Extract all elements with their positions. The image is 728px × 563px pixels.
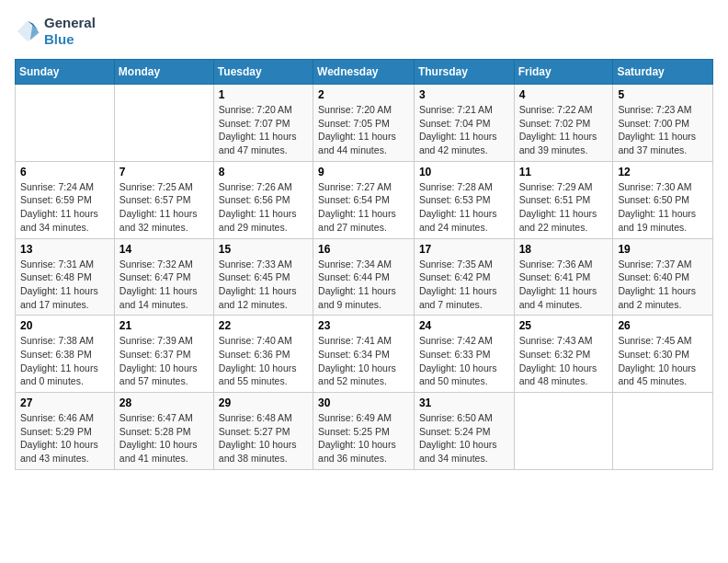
day-cell: 6Sunrise: 7:24 AM Sunset: 6:59 PM Daylig…	[16, 161, 115, 238]
day-info: Sunrise: 7:36 AM Sunset: 6:41 PM Dayligh…	[519, 258, 609, 312]
week-row-3: 13Sunrise: 7:31 AM Sunset: 6:48 PM Dayli…	[16, 238, 713, 316]
logo[interactable]: General Blue	[15, 15, 96, 48]
day-number: 19	[618, 243, 708, 256]
day-cell: 16Sunrise: 7:34 AM Sunset: 6:44 PM Dayli…	[313, 238, 415, 316]
day-cell: 8Sunrise: 7:26 AM Sunset: 6:56 PM Daylig…	[213, 161, 313, 238]
day-cell	[16, 85, 115, 162]
day-number: 8	[219, 166, 308, 178]
day-number: 26	[618, 319, 708, 332]
col-header-sunday: Sunday	[16, 60, 115, 85]
day-cell: 1Sunrise: 7:20 AM Sunset: 7:07 PM Daylig…	[213, 85, 313, 162]
col-header-monday: Monday	[114, 60, 213, 85]
day-cell: 31Sunrise: 6:50 AM Sunset: 5:24 PM Dayli…	[414, 393, 514, 470]
day-cell	[114, 85, 213, 162]
calendar-header: SundayMondayTuesdayWednesdayThursdayFrid…	[16, 60, 713, 85]
day-number: 25	[519, 319, 609, 332]
day-info: Sunrise: 7:42 AM Sunset: 6:33 PM Dayligh…	[419, 334, 509, 388]
day-number: 15	[219, 243, 308, 256]
day-info: Sunrise: 7:38 AM Sunset: 6:38 PM Dayligh…	[20, 334, 109, 388]
day-cell: 19Sunrise: 7:37 AM Sunset: 6:40 PM Dayli…	[613, 238, 713, 316]
day-cell	[613, 393, 713, 470]
day-info: Sunrise: 7:41 AM Sunset: 6:34 PM Dayligh…	[318, 334, 409, 388]
day-cell: 25Sunrise: 7:43 AM Sunset: 6:32 PM Dayli…	[514, 316, 613, 393]
day-info: Sunrise: 7:37 AM Sunset: 6:40 PM Dayligh…	[618, 258, 708, 312]
day-number: 9	[318, 166, 409, 178]
day-number: 12	[618, 166, 708, 178]
day-info: Sunrise: 7:24 AM Sunset: 6:59 PM Dayligh…	[20, 180, 109, 235]
day-cell: 24Sunrise: 7:42 AM Sunset: 6:33 PM Dayli…	[414, 316, 514, 393]
day-number: 30	[318, 396, 409, 409]
day-cell: 12Sunrise: 7:30 AM Sunset: 6:50 PM Dayli…	[613, 161, 713, 238]
day-info: Sunrise: 7:20 AM Sunset: 7:07 PM Dayligh…	[219, 103, 308, 157]
day-info: Sunrise: 7:27 AM Sunset: 6:54 PM Dayligh…	[318, 180, 409, 235]
day-cell: 26Sunrise: 7:45 AM Sunset: 6:30 PM Dayli…	[613, 316, 713, 393]
day-number: 23	[318, 319, 409, 332]
day-info: Sunrise: 7:29 AM Sunset: 6:51 PM Dayligh…	[519, 180, 609, 235]
day-number: 5	[618, 88, 708, 101]
week-row-2: 6Sunrise: 7:24 AM Sunset: 6:59 PM Daylig…	[16, 161, 713, 238]
week-row-1: 1Sunrise: 7:20 AM Sunset: 7:07 PM Daylig…	[16, 85, 713, 162]
day-info: Sunrise: 7:35 AM Sunset: 6:42 PM Dayligh…	[419, 258, 509, 312]
day-info: Sunrise: 6:48 AM Sunset: 5:27 PM Dayligh…	[219, 411, 308, 465]
day-info: Sunrise: 7:28 AM Sunset: 6:53 PM Dayligh…	[419, 180, 509, 235]
day-cell: 28Sunrise: 6:47 AM Sunset: 5:28 PM Dayli…	[114, 393, 213, 470]
day-cell: 5Sunrise: 7:23 AM Sunset: 7:00 PM Daylig…	[613, 85, 713, 162]
day-info: Sunrise: 7:33 AM Sunset: 6:45 PM Dayligh…	[219, 258, 308, 312]
day-info: Sunrise: 6:46 AM Sunset: 5:29 PM Dayligh…	[20, 411, 109, 465]
day-info: Sunrise: 6:49 AM Sunset: 5:25 PM Dayligh…	[318, 411, 409, 465]
day-info: Sunrise: 7:43 AM Sunset: 6:32 PM Dayligh…	[519, 334, 609, 388]
day-cell: 30Sunrise: 6:49 AM Sunset: 5:25 PM Dayli…	[313, 393, 415, 470]
day-info: Sunrise: 7:22 AM Sunset: 7:02 PM Dayligh…	[519, 103, 609, 157]
day-info: Sunrise: 7:25 AM Sunset: 6:57 PM Dayligh…	[119, 180, 209, 235]
day-cell: 22Sunrise: 7:40 AM Sunset: 6:36 PM Dayli…	[213, 316, 313, 393]
logo-text: General Blue	[44, 15, 96, 48]
day-cell: 7Sunrise: 7:25 AM Sunset: 6:57 PM Daylig…	[114, 161, 213, 238]
day-number: 1	[219, 88, 308, 101]
day-cell: 17Sunrise: 7:35 AM Sunset: 6:42 PM Dayli…	[414, 238, 514, 316]
day-cell: 18Sunrise: 7:36 AM Sunset: 6:41 PM Dayli…	[514, 238, 613, 316]
day-cell: 29Sunrise: 6:48 AM Sunset: 5:27 PM Dayli…	[213, 393, 313, 470]
day-info: Sunrise: 7:45 AM Sunset: 6:30 PM Dayligh…	[618, 334, 708, 388]
day-cell: 9Sunrise: 7:27 AM Sunset: 6:54 PM Daylig…	[313, 161, 415, 238]
page-header: General Blue	[15, 15, 713, 48]
day-info: Sunrise: 6:50 AM Sunset: 5:24 PM Dayligh…	[419, 411, 509, 465]
day-cell: 27Sunrise: 6:46 AM Sunset: 5:29 PM Dayli…	[16, 393, 115, 470]
day-info: Sunrise: 6:47 AM Sunset: 5:28 PM Dayligh…	[119, 411, 209, 465]
day-cell: 21Sunrise: 7:39 AM Sunset: 6:37 PM Dayli…	[114, 316, 213, 393]
day-number: 31	[419, 396, 509, 409]
day-cell: 10Sunrise: 7:28 AM Sunset: 6:53 PM Dayli…	[414, 161, 514, 238]
col-header-tuesday: Tuesday	[213, 60, 313, 85]
day-number: 13	[20, 243, 109, 256]
week-row-5: 27Sunrise: 6:46 AM Sunset: 5:29 PM Dayli…	[16, 393, 713, 470]
col-header-saturday: Saturday	[613, 60, 713, 85]
day-number: 14	[119, 243, 209, 256]
day-number: 3	[419, 88, 509, 101]
day-info: Sunrise: 7:26 AM Sunset: 6:56 PM Dayligh…	[219, 180, 308, 235]
day-info: Sunrise: 7:23 AM Sunset: 7:00 PM Dayligh…	[618, 103, 708, 157]
col-header-wednesday: Wednesday	[313, 60, 415, 85]
day-info: Sunrise: 7:34 AM Sunset: 6:44 PM Dayligh…	[318, 258, 409, 312]
day-number: 18	[519, 243, 609, 256]
day-cell: 11Sunrise: 7:29 AM Sunset: 6:51 PM Dayli…	[514, 161, 613, 238]
day-number: 28	[119, 396, 209, 409]
day-cell: 3Sunrise: 7:21 AM Sunset: 7:04 PM Daylig…	[414, 85, 514, 162]
day-number: 20	[20, 319, 109, 332]
day-cell: 2Sunrise: 7:20 AM Sunset: 7:05 PM Daylig…	[313, 85, 415, 162]
day-cell: 20Sunrise: 7:38 AM Sunset: 6:38 PM Dayli…	[16, 316, 115, 393]
day-number: 6	[20, 166, 109, 178]
day-cell: 15Sunrise: 7:33 AM Sunset: 6:45 PM Dayli…	[213, 238, 313, 316]
day-number: 29	[219, 396, 308, 409]
day-info: Sunrise: 7:30 AM Sunset: 6:50 PM Dayligh…	[618, 180, 708, 235]
day-info: Sunrise: 7:21 AM Sunset: 7:04 PM Dayligh…	[419, 103, 509, 157]
day-number: 4	[519, 88, 609, 101]
day-info: Sunrise: 7:32 AM Sunset: 6:47 PM Dayligh…	[119, 258, 209, 312]
day-number: 22	[219, 319, 308, 332]
day-number: 2	[318, 88, 409, 101]
day-number: 27	[20, 396, 109, 409]
day-cell	[514, 393, 613, 470]
day-cell: 14Sunrise: 7:32 AM Sunset: 6:47 PM Dayli…	[114, 238, 213, 316]
col-header-friday: Friday	[514, 60, 613, 85]
day-cell: 23Sunrise: 7:41 AM Sunset: 6:34 PM Dayli…	[313, 316, 415, 393]
col-header-thursday: Thursday	[414, 60, 514, 85]
day-number: 10	[419, 166, 509, 178]
